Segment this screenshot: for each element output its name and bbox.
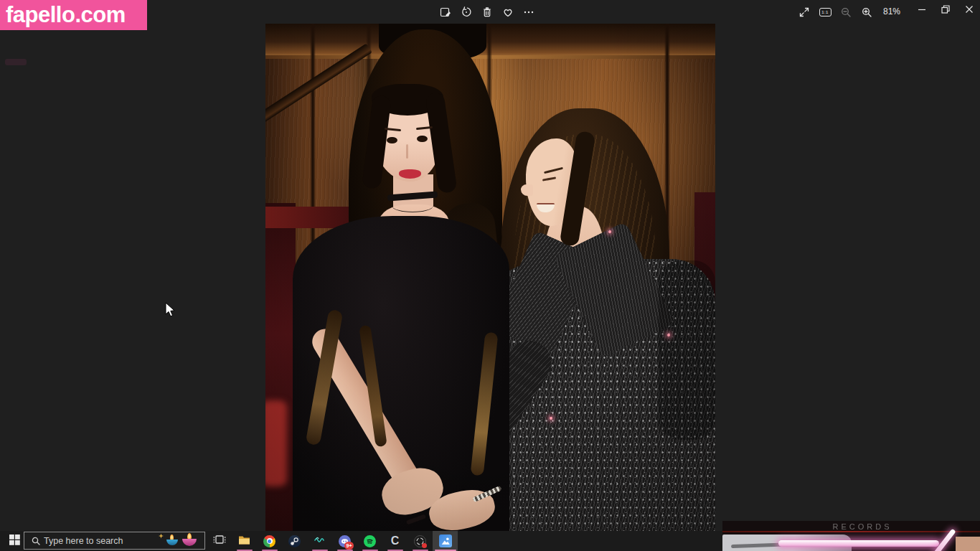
zoom-level: 81% xyxy=(881,3,900,21)
fullscreen-button[interactable] xyxy=(798,3,811,21)
fapello-watermark-text: fapello.com xyxy=(0,2,126,28)
chrome-icon xyxy=(263,535,275,547)
actual-size-icon: 1:1 xyxy=(819,8,831,17)
photo-vignette xyxy=(265,24,715,531)
edit-image-icon xyxy=(439,6,452,19)
zoom-out-button[interactable] xyxy=(839,3,852,21)
mouse-cursor xyxy=(165,302,176,321)
c-app-icon: C xyxy=(391,535,400,547)
windows-logo-icon xyxy=(9,534,20,548)
chrome-button[interactable] xyxy=(257,531,282,551)
photos-app-button[interactable] xyxy=(433,531,458,551)
obs-studio-button[interactable] xyxy=(407,531,433,551)
see-more-button[interactable] xyxy=(522,3,535,21)
task-view-button[interactable] xyxy=(207,531,232,551)
taskbar-search[interactable] xyxy=(24,532,205,550)
minimize-button[interactable] xyxy=(910,0,933,22)
obs-studio-icon xyxy=(414,535,426,547)
c-app-button[interactable]: C xyxy=(382,531,407,551)
neon-tube xyxy=(778,540,939,547)
task-view-icon xyxy=(212,532,227,550)
fapello-watermark: fapello.com xyxy=(0,0,147,30)
close-icon xyxy=(963,3,976,19)
search-icon xyxy=(31,536,41,546)
view-controls: 1:1 81% xyxy=(798,3,900,21)
rotate-icon xyxy=(460,6,473,19)
trash-icon xyxy=(481,6,494,19)
overlay-tan-patch xyxy=(956,537,980,551)
diwali-diya-doodle-icon[interactable] xyxy=(157,532,202,550)
discord-button[interactable]: 9+ xyxy=(332,531,357,551)
file-explorer-button[interactable] xyxy=(232,531,257,551)
steam-icon xyxy=(288,535,301,547)
close-button[interactable] xyxy=(957,0,980,22)
rotate-button[interactable] xyxy=(460,3,473,21)
diya-lamp-icon xyxy=(166,540,178,545)
photo-canvas[interactable] xyxy=(265,24,715,531)
corner-video-overlay: RECORDS xyxy=(722,521,980,551)
edit-image-button[interactable] xyxy=(439,3,452,21)
record-dot-icon xyxy=(422,543,427,548)
fullscreen-icon xyxy=(798,6,811,19)
restore-button[interactable] xyxy=(933,0,957,22)
discord-badge: 9+ xyxy=(344,542,354,550)
teal-wave-app-button[interactable] xyxy=(307,531,332,551)
actual-size-button[interactable]: 1:1 xyxy=(819,3,831,21)
minimize-icon xyxy=(915,3,928,19)
teal-wave-icon xyxy=(313,532,327,550)
photos-app-icon xyxy=(439,534,452,547)
diya-lamp-icon xyxy=(182,539,197,546)
photos-app-window: 1:1 81% fapello.com xyxy=(0,0,980,551)
restore-icon xyxy=(939,3,952,19)
favorite-button[interactable] xyxy=(501,3,514,21)
spotify-button[interactable] xyxy=(357,531,382,551)
zoom-in-button[interactable] xyxy=(860,3,873,21)
steam-button[interactable] xyxy=(282,531,307,551)
taskbar-apps: 9+ C xyxy=(207,531,458,551)
zoom-in-icon xyxy=(860,6,873,19)
zoom-out-icon xyxy=(839,6,852,19)
sparkle-icon xyxy=(159,534,164,539)
overlay-red-line xyxy=(722,531,980,532)
discord-icon: 9+ xyxy=(339,535,351,547)
window-controls xyxy=(910,0,980,22)
delete-button[interactable] xyxy=(481,3,494,21)
search-input[interactable] xyxy=(41,536,157,546)
ellipsis-icon xyxy=(522,6,535,19)
photo-toolbar xyxy=(439,3,535,21)
heart-icon xyxy=(501,6,514,19)
faint-watermark-artifact xyxy=(5,59,27,65)
file-explorer-icon xyxy=(237,533,251,550)
spotify-icon xyxy=(364,535,376,547)
